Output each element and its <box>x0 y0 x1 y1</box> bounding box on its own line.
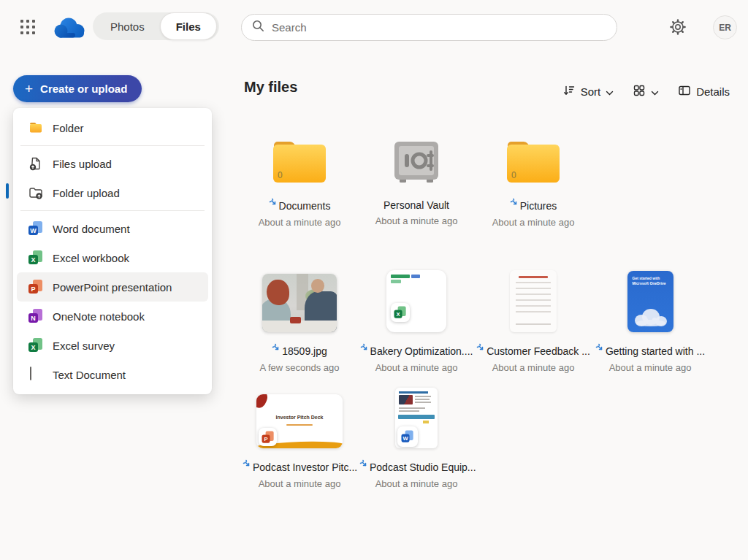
folder-icon: 0 <box>503 137 563 187</box>
tab-photos[interactable]: Photos <box>95 12 160 40</box>
file-name: Bakery Optimization.... <box>370 345 473 357</box>
file-timestamp: About a minute ago <box>492 362 575 373</box>
personal-vault-icon <box>389 139 443 187</box>
file-upload-icon <box>28 156 43 171</box>
slide-title: Investor Pitch Deck <box>256 415 343 420</box>
file-timestamp: About a minute ago <box>375 478 458 489</box>
new-item-sparkle-icon <box>360 342 369 355</box>
menu-item-folder[interactable]: Folder <box>17 113 208 142</box>
onenote-icon: N <box>28 309 43 323</box>
excel-survey-icon: X <box>28 338 43 353</box>
new-item-sparkle-icon <box>595 342 604 355</box>
word-file-thumbnail: W <box>395 388 438 448</box>
files-grid-row-2: 18509.jpg A few seconds ago X Bakery Opt… <box>241 265 709 373</box>
menu-item-onenote-notebook[interactable]: N OneNote notebook <box>17 302 208 331</box>
new-item-sparkle-icon <box>476 342 485 355</box>
file-timestamp: About a minute ago <box>375 215 458 226</box>
file-name: Podcast Investor Pitc... <box>253 461 357 473</box>
file-name: Personal Vault <box>383 199 449 211</box>
create-menu: Folder Files upload Folder upload <box>13 108 212 394</box>
menu-item-powerpoint-presentation[interactable]: P PowerPoint presentation <box>17 272 208 302</box>
photos-files-toggle: Photos Files <box>93 12 219 40</box>
account-avatar[interactable]: ER <box>713 15 737 39</box>
tile-bakery-optimization[interactable]: X Bakery Optimization.... About a minute… <box>358 265 475 373</box>
excel-file-thumbnail: X <box>386 270 446 332</box>
files-grid-row-3: Investor Pitch Deck P Podcast Investor P… <box>241 386 475 489</box>
tile-customer-feedback[interactable]: Customer Feedback ... About a minute ago <box>475 265 592 373</box>
grid-view-icon <box>633 84 646 99</box>
tile-getting-started[interactable]: Get started with Microsoft OneDrive Gett… <box>592 265 709 373</box>
tile-podcast-investor-pitch[interactable]: Investor Pitch Deck P Podcast Investor P… <box>241 386 358 489</box>
cover-text: Get started with Microsoft OneDrive <box>633 276 668 286</box>
menu-item-text-document[interactable]: Text Document <box>17 360 208 389</box>
menu-item-label: Folder upload <box>53 187 120 199</box>
menu-item-excel-survey[interactable]: X Excel survey <box>17 331 208 360</box>
tile-pictures[interactable]: 0 Pictures About a minute ago <box>475 130 592 228</box>
menu-item-label: Excel survey <box>53 340 115 352</box>
file-name: Customer Feedback ... <box>486 345 590 357</box>
file-timestamp: About a minute ago <box>609 362 692 373</box>
top-bar: Photos Files ER <box>0 0 748 55</box>
sort-label: Sort <box>581 85 601 98</box>
tile-podcast-studio-equipment[interactable]: W Podcast Studio Equip... About a minute… <box>358 386 475 489</box>
tile-photo-18509[interactable]: 18509.jpg A few seconds ago <box>241 265 358 373</box>
menu-item-files-upload[interactable]: Files upload <box>17 149 208 178</box>
folder-icon <box>28 120 43 135</box>
document-thumbnail <box>510 270 557 332</box>
menu-item-label: Files upload <box>53 158 112 170</box>
details-button[interactable]: Details <box>671 80 736 103</box>
new-item-sparkle-icon <box>510 196 519 210</box>
search-bar[interactable] <box>241 14 617 41</box>
chevron-down-icon <box>651 85 659 98</box>
sort-icon <box>562 84 576 99</box>
toolbar: Sort Details <box>556 80 736 103</box>
excel-icon: X <box>28 250 43 265</box>
file-name: Podcast Studio Equip... <box>370 461 476 473</box>
file-timestamp: About a minute ago <box>259 217 341 228</box>
folder-icon: 0 <box>270 137 329 187</box>
excel-badge-icon: X <box>391 303 410 322</box>
details-pane-icon <box>678 84 691 99</box>
settings-gear-icon[interactable] <box>670 19 687 37</box>
powerpoint-icon: P <box>28 280 43 294</box>
app-launcher-icon[interactable] <box>20 20 35 34</box>
powerpoint-file-thumbnail: Investor Pitch Deck P <box>256 394 343 448</box>
folder-item-count: 0 <box>511 170 516 180</box>
file-timestamp: About a minute ago <box>259 478 341 489</box>
menu-item-label: Text Document <box>53 369 126 381</box>
menu-item-label: PowerPoint presentation <box>53 281 172 294</box>
file-name: Pictures <box>520 200 557 212</box>
nav-selected-indicator <box>6 183 9 199</box>
tile-documents[interactable]: 0 Documents About a minute ago <box>241 130 358 228</box>
new-item-sparkle-icon <box>359 458 368 471</box>
menu-item-label: Excel workbook <box>53 252 129 264</box>
search-icon <box>252 20 264 35</box>
folder-item-count: 0 <box>278 170 283 180</box>
photo-thumbnail <box>262 274 337 332</box>
menu-item-label: Word document <box>53 223 130 235</box>
files-grid-row-1: 0 Documents About a minute ago <box>241 130 592 228</box>
menu-divider <box>20 210 205 211</box>
file-timestamp: A few seconds ago <box>259 362 339 373</box>
folder-upload-icon <box>28 185 43 200</box>
new-item-sparkle-icon <box>243 458 251 471</box>
menu-item-word-document[interactable]: W Word document <box>17 214 208 243</box>
onedrive-logo-icon[interactable] <box>51 16 86 42</box>
view-options-button[interactable] <box>626 80 665 103</box>
details-label: Details <box>696 85 730 98</box>
tab-files[interactable]: Files <box>160 12 217 40</box>
tile-personal-vault[interactable]: Personal Vault About a minute ago <box>358 130 475 228</box>
plus-icon: + <box>25 82 33 96</box>
menu-item-excel-workbook[interactable]: X Excel workbook <box>17 243 208 272</box>
getting-started-thumbnail: Get started with Microsoft OneDrive <box>627 271 673 332</box>
text-document-icon <box>28 367 43 382</box>
file-timestamp: About a minute ago <box>492 217 575 228</box>
new-item-sparkle-icon <box>272 342 280 355</box>
new-item-sparkle-icon <box>269 196 278 210</box>
search-input[interactable] <box>272 21 606 34</box>
create-or-upload-button[interactable]: + Create or upload <box>13 75 142 102</box>
file-timestamp: About a minute ago <box>375 362 458 373</box>
file-name: 18509.jpg <box>282 345 327 357</box>
menu-item-folder-upload[interactable]: Folder upload <box>17 178 208 207</box>
sort-button[interactable]: Sort <box>556 80 621 103</box>
